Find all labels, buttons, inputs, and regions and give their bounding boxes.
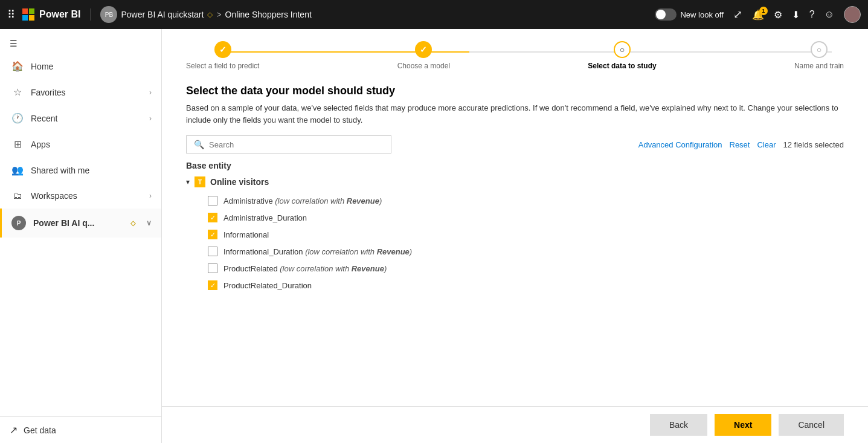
- section-description: Based on a sample of your data, we've se…: [186, 102, 844, 126]
- user-avatar[interactable]: [844, 6, 861, 23]
- chevron-recent-icon: ›: [149, 114, 152, 123]
- chevron-favorites-icon: ›: [149, 88, 152, 97]
- checkbox-informational[interactable]: [208, 230, 217, 239]
- collapse-icon[interactable]: ▾: [186, 178, 190, 186]
- logo-area: Power BI: [22, 8, 91, 21]
- field-label-administrative: Administrative (low correlation with Rev…: [223, 196, 382, 205]
- fields-selected-count: 12 fields selected: [783, 140, 844, 149]
- field-label-info-duration: Informational_Duration (low correlation …: [223, 247, 412, 256]
- search-input[interactable]: [209, 140, 384, 149]
- field-item-admin-duration: Administrative_Duration: [186, 209, 832, 226]
- sidebar: ☰ 🏠 Home ☆ Favorites › 🕐 Recent › ⊞ Apps: [0, 29, 162, 443]
- footer: Back Next Cancel: [162, 406, 868, 443]
- entity-label: Base entity: [186, 161, 832, 170]
- next-button[interactable]: Next: [715, 414, 771, 436]
- toggle-track[interactable]: [655, 8, 677, 21]
- chevron-pbi-ai-icon[interactable]: ∨: [146, 219, 152, 227]
- workspace-item-avatar: P: [11, 216, 26, 230]
- main-content: Select the data your model should study …: [162, 75, 868, 406]
- sidebar-item-home[interactable]: 🏠 Home: [0, 53, 161, 79]
- microsoft-logo: [22, 8, 34, 21]
- step1-label: Select a field to predict: [186, 62, 259, 70]
- wizard-steps-inner: ✓ Select a field to predict ✓ Choose a m…: [186, 41, 844, 70]
- step2-circle: ✓: [415, 41, 432, 58]
- new-look-toggle[interactable]: New look off: [655, 8, 723, 21]
- breadcrumb-workspace-name[interactable]: Power BI AI quickstart: [121, 10, 204, 19]
- entity-color-icon: T: [194, 176, 205, 187]
- diamond-icon: ◇: [207, 10, 213, 19]
- field-item-info-duration: Informational_Duration (low correlation …: [186, 243, 832, 260]
- section-title: Select the data your model should study: [186, 85, 844, 97]
- get-data-button[interactable]: ↗ Get data: [10, 424, 152, 436]
- sidebar-label-pbi-ai: Power BI AI q...: [33, 218, 120, 228]
- sidebar-item-workspaces[interactable]: 🗂 Workspaces ›: [0, 183, 161, 209]
- clear-link[interactable]: Clear: [757, 140, 776, 149]
- field-item-administrative: Administrative (low correlation with Rev…: [186, 192, 832, 209]
- download-icon[interactable]: ⬇: [792, 9, 800, 21]
- breadcrumb-current: Online Shoppers Intent: [225, 10, 312, 19]
- field-item-product-duration: ProductRelated_Duration: [186, 277, 832, 294]
- sidebar-item-pbi-ai[interactable]: P Power BI AI q... ◇ ∨: [0, 209, 161, 238]
- back-button[interactable]: Back: [650, 414, 707, 436]
- workspace-avatar: PB: [100, 6, 117, 23]
- toggle-thumb: [656, 10, 666, 19]
- search-box[interactable]: 🔍: [186, 135, 391, 154]
- step4-label: Name and train: [794, 62, 844, 70]
- field-label-informational: Informational: [223, 230, 269, 239]
- actions-right: Advanced Configuration Reset Clear 12 fi…: [638, 140, 844, 149]
- checkbox-administrative[interactable]: [208, 196, 217, 205]
- wizard-step-2[interactable]: ✓ Choose a model: [397, 41, 450, 70]
- sidebar-item-shared[interactable]: 👥 Shared with me: [0, 157, 161, 183]
- sidebar-bottom: ↗ Get data: [0, 416, 161, 443]
- advanced-config-link[interactable]: Advanced Configuration: [638, 140, 722, 149]
- expand-icon[interactable]: ⤢: [733, 8, 742, 21]
- breadcrumb-separator: >: [216, 10, 221, 19]
- entity-name: Online visitors: [210, 177, 269, 187]
- wizard-step-4[interactable]: ○ Name and train: [794, 41, 844, 70]
- sidebar-item-apps[interactable]: ⊞ Apps: [0, 131, 161, 157]
- sidebar-item-favorites[interactable]: ☆ Favorites ›: [0, 79, 161, 105]
- get-data-icon: ↗: [10, 424, 18, 436]
- sidebar-label-workspaces: Workspaces: [31, 191, 142, 201]
- breadcrumb: PB Power BI AI quickstart ◇ > Online Sho…: [100, 6, 650, 23]
- checkbox-admin-duration[interactable]: [208, 213, 217, 222]
- step3-label: Select data to study: [588, 62, 656, 70]
- step2-label: Choose a model: [397, 62, 450, 70]
- settings-icon[interactable]: ⚙: [774, 9, 782, 21]
- step3-circle: ○: [614, 41, 631, 58]
- grid-icon[interactable]: ⠿: [7, 8, 15, 21]
- get-data-label: Get data: [24, 425, 56, 435]
- diamond-workspace-icon: ◇: [127, 219, 139, 227]
- search-icon: 🔍: [194, 140, 204, 149]
- content-area: ✓ Select a field to predict ✓ Choose a m…: [162, 29, 868, 443]
- checkbox-product-duration[interactable]: [208, 280, 217, 290]
- sidebar-label-home: Home: [31, 62, 152, 71]
- field-item-product-related: ProductRelated (low correlation with Rev…: [186, 260, 832, 277]
- field-label-product-duration: ProductRelated_Duration: [223, 281, 312, 290]
- notification-icon[interactable]: 🔔 1: [752, 9, 764, 21]
- checkbox-info-duration[interactable]: [208, 247, 217, 256]
- reset-link[interactable]: Reset: [730, 140, 750, 149]
- workspaces-icon: 🗂: [11, 190, 24, 201]
- home-icon: 🏠: [11, 60, 24, 72]
- wizard-step-3[interactable]: ○ Select data to study: [588, 41, 656, 70]
- shared-icon: 👥: [11, 164, 24, 176]
- wizard-step-1[interactable]: ✓ Select a field to predict: [186, 41, 259, 70]
- main-layout: ☰ 🏠 Home ☆ Favorites › 🕐 Recent › ⊞ Apps: [0, 29, 868, 443]
- checkbox-product-related[interactable]: [208, 264, 217, 273]
- field-label-product-related: ProductRelated (low correlation with Rev…: [223, 264, 387, 273]
- hamburger-menu[interactable]: ☰: [0, 29, 161, 53]
- entity-group: ▾ T Online visitors Administrative (low …: [186, 176, 832, 294]
- help-icon[interactable]: ?: [809, 9, 815, 20]
- search-actions-row: 🔍 Advanced Configuration Reset Clear 12 …: [186, 135, 844, 154]
- sidebar-item-recent[interactable]: 🕐 Recent ›: [0, 105, 161, 131]
- breadcrumb-workspace: PB Power BI AI quickstart ◇: [100, 6, 213, 23]
- recent-icon: 🕐: [11, 112, 24, 124]
- entity-group-header: ▾ T Online visitors: [186, 176, 832, 187]
- brand-name: Power BI: [39, 9, 80, 20]
- cancel-button[interactable]: Cancel: [779, 414, 844, 436]
- step4-circle: ○: [811, 41, 828, 58]
- field-item-informational: Informational: [186, 226, 832, 243]
- wizard-steps: ✓ Select a field to predict ✓ Choose a m…: [162, 29, 868, 75]
- feedback-icon[interactable]: ☺: [825, 9, 834, 20]
